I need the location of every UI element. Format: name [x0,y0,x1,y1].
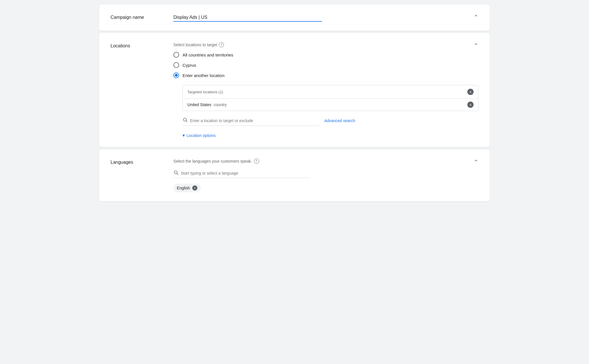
country-type: country [214,102,227,107]
targeted-locations-box: Targeted locations (1) × United States c… [183,85,478,111]
location-options-toggle[interactable]: ▾ Location options [183,133,478,138]
locations-collapse-icon[interactable]: ⌃ [474,42,478,49]
svg-line-1 [186,121,187,122]
location-search-icon [183,117,188,124]
advanced-search-link[interactable]: Advanced search [324,118,355,123]
locations-help-icon[interactable]: ? [219,42,224,47]
location-options-chevron: ▾ [183,133,185,138]
radio-label-all: All countries and territories [183,52,233,57]
country-name: United States [187,102,211,107]
languages-label: Languages [111,159,173,165]
language-chips: English × [173,184,478,192]
languages-help-icon[interactable]: ? [254,159,259,164]
radio-enter-location[interactable]: Enter another location [173,72,478,78]
close-all-icon: × [469,90,472,94]
remove-us-button[interactable]: × [467,102,474,108]
english-chip-label: English [177,186,190,190]
targeted-header: Targeted locations (1) × [183,85,478,99]
locations-content: Select locations to target ? All countri… [173,42,478,138]
language-search-icon [173,170,179,176]
remove-english-button[interactable]: × [192,185,197,191]
location-options-label: Location options [187,133,216,138]
remove-english-icon: × [194,186,196,190]
languages-section: Languages Select the languages your cust… [99,149,490,201]
campaign-collapse-icon[interactable]: ⌃ [474,14,478,21]
campaign-name-content [173,14,478,22]
radio-circle-cyprus [173,62,179,68]
locations-subtitle: Select locations to target ? [173,42,478,47]
language-search-input[interactable] [181,171,310,175]
campaign-name-input[interactable] [173,14,322,22]
radio-circle-enter [173,72,179,78]
locations-subtitle-text: Select locations to target [173,43,217,47]
campaign-name-section: Campaign name ⌃ [99,5,490,31]
remove-us-icon: × [469,103,472,107]
location-search-wrap [183,116,320,126]
locations-label: Locations [111,42,173,48]
languages-collapse-icon[interactable]: ⌃ [474,159,478,165]
svg-line-3 [177,173,178,175]
radio-all-countries[interactable]: All countries and territories [173,52,478,58]
locations-section: Locations Select locations to target ? A… [99,33,490,147]
languages-subtitle-text: Select the languages your customers spea… [173,159,252,163]
languages-subtitle: Select the languages your customers spea… [173,159,478,164]
location-search-row: Advanced search [183,116,478,126]
languages-content: Select the languages your customers spea… [173,159,478,192]
close-all-targeted-button[interactable]: × [467,89,474,95]
radio-label-cyprus: Cyprus [183,63,196,68]
radio-cyprus[interactable]: Cyprus [173,62,478,68]
english-chip: English × [173,184,201,192]
campaign-name-label: Campaign name [111,14,173,20]
locations-radio-group: All countries and territories Cyprus Ent… [173,52,478,78]
language-search-wrap [173,168,310,178]
targeted-row-text: United States country [187,102,227,107]
targeted-row-us: United States country × [183,99,478,111]
targeted-title: Targeted locations (1) [187,90,223,94]
location-search-input[interactable] [190,118,320,123]
radio-circle-all [173,52,179,58]
radio-label-enter: Enter another location [183,73,225,78]
